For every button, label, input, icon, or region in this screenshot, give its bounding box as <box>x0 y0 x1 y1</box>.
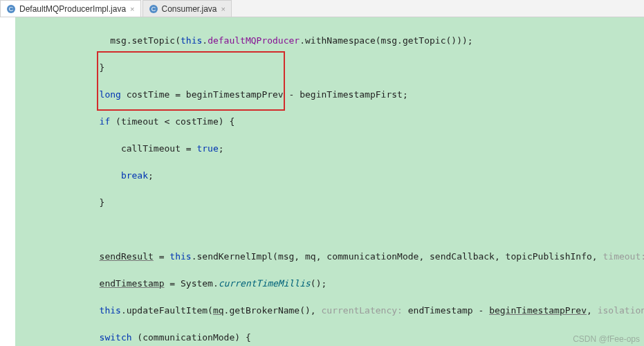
editor-tabbar: C DefaultMQProducerImpl.java × C Consume… <box>0 0 644 17</box>
tab-consumer[interactable]: C Consumer.java × <box>142 0 232 17</box>
watermark: CSDN @fFee-ops <box>573 334 640 344</box>
java-class-icon: C <box>6 4 16 14</box>
close-icon[interactable]: × <box>130 5 134 13</box>
editor-ruler <box>0 17 16 346</box>
svg-text:C: C <box>151 6 156 12</box>
svg-text:C: C <box>9 6 14 12</box>
editor-gutter <box>15 17 24 346</box>
code-editor[interactable]: msg.setTopic(this.defaultMQProducer.with… <box>0 17 644 346</box>
tab-label: DefaultMQProducerImpl.java <box>19 4 126 14</box>
tab-label: Consumer.java <box>162 4 217 14</box>
code-area[interactable]: msg.setTopic(this.defaultMQProducer.with… <box>24 17 644 346</box>
java-class-icon: C <box>149 4 158 14</box>
close-icon[interactable]: × <box>221 5 226 13</box>
tab-defaultmqproducerimpl[interactable]: C DefaultMQProducerImpl.java × <box>0 0 141 17</box>
